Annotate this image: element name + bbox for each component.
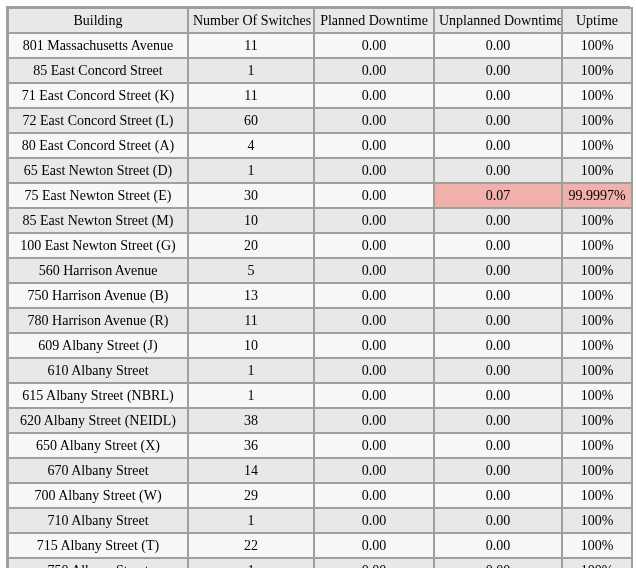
- table-row: 610 Albany Street10.000.00100%: [8, 358, 632, 383]
- cell-switches: 11: [188, 33, 314, 58]
- cell-planned: 0.00: [314, 483, 434, 508]
- cell-unplanned: 0.00: [434, 108, 562, 133]
- table-row: 100 East Newton Street (G)200.000.00100%: [8, 233, 632, 258]
- cell-switches: 1: [188, 58, 314, 83]
- cell-planned: 0.00: [314, 383, 434, 408]
- table-row: 700 Albany Street (W)290.000.00100%: [8, 483, 632, 508]
- cell-building: 560 Harrison Avenue: [8, 258, 188, 283]
- cell-switches: 1: [188, 558, 314, 568]
- cell-planned: 0.00: [314, 458, 434, 483]
- cell-building: 100 East Newton Street (G): [8, 233, 188, 258]
- cell-planned: 0.00: [314, 333, 434, 358]
- cell-unplanned: 0.00: [434, 333, 562, 358]
- cell-switches: 1: [188, 358, 314, 383]
- cell-switches: 4: [188, 133, 314, 158]
- cell-unplanned: 0.00: [434, 508, 562, 533]
- cell-building: 801 Massachusetts Avenue: [8, 33, 188, 58]
- col-building: Building: [8, 8, 188, 33]
- cell-switches: 14: [188, 458, 314, 483]
- cell-uptime: 100%: [562, 333, 632, 358]
- cell-planned: 0.00: [314, 508, 434, 533]
- cell-uptime: 100%: [562, 358, 632, 383]
- cell-uptime: 100%: [562, 433, 632, 458]
- cell-unplanned: 0.00: [434, 233, 562, 258]
- table-row: 72 East Concord Street (L)600.000.00100%: [8, 108, 632, 133]
- cell-building: 71 East Concord Street (K): [8, 83, 188, 108]
- cell-building: 700 Albany Street (W): [8, 483, 188, 508]
- cell-planned: 0.00: [314, 83, 434, 108]
- table-row: 620 Albany Street (NEIDL)380.000.00100%: [8, 408, 632, 433]
- cell-switches: 5: [188, 258, 314, 283]
- cell-planned: 0.00: [314, 58, 434, 83]
- cell-uptime: 100%: [562, 108, 632, 133]
- cell-switches: 11: [188, 83, 314, 108]
- table-row: 560 Harrison Avenue50.000.00100%: [8, 258, 632, 283]
- cell-uptime: 99.9997%: [562, 183, 632, 208]
- col-planned: Planned Downtime: [314, 8, 434, 33]
- cell-building: 620 Albany Street (NEIDL): [8, 408, 188, 433]
- table-row: 801 Massachusetts Avenue110.000.00100%: [8, 33, 632, 58]
- uptime-table: Building Number Of Switches Planned Down…: [7, 7, 633, 568]
- cell-planned: 0.00: [314, 308, 434, 333]
- cell-switches: 30: [188, 183, 314, 208]
- cell-planned: 0.00: [314, 358, 434, 383]
- cell-building: 750 Albany Street: [8, 558, 188, 568]
- cell-planned: 0.00: [314, 233, 434, 258]
- cell-switches: 1: [188, 158, 314, 183]
- cell-planned: 0.00: [314, 33, 434, 58]
- cell-building: 615 Albany Street (NBRL): [8, 383, 188, 408]
- cell-switches: 10: [188, 333, 314, 358]
- cell-switches: 10: [188, 208, 314, 233]
- cell-uptime: 100%: [562, 133, 632, 158]
- cell-building: 65 East Newton Street (D): [8, 158, 188, 183]
- cell-unplanned: 0.00: [434, 83, 562, 108]
- cell-building: 750 Harrison Avenue (B): [8, 283, 188, 308]
- cell-building: 715 Albany Street (T): [8, 533, 188, 558]
- cell-planned: 0.00: [314, 133, 434, 158]
- table-row: 650 Albany Street (X)360.000.00100%: [8, 433, 632, 458]
- cell-switches: 60: [188, 108, 314, 133]
- cell-unplanned: 0.00: [434, 308, 562, 333]
- cell-building: 75 East Newton Street (E): [8, 183, 188, 208]
- cell-uptime: 100%: [562, 408, 632, 433]
- cell-unplanned: 0.00: [434, 33, 562, 58]
- cell-planned: 0.00: [314, 283, 434, 308]
- col-uptime: Uptime: [562, 8, 632, 33]
- cell-unplanned: 0.00: [434, 208, 562, 233]
- table-row: 670 Albany Street140.000.00100%: [8, 458, 632, 483]
- cell-uptime: 100%: [562, 83, 632, 108]
- cell-planned: 0.00: [314, 108, 434, 133]
- cell-uptime: 100%: [562, 458, 632, 483]
- cell-planned: 0.00: [314, 183, 434, 208]
- cell-uptime: 100%: [562, 283, 632, 308]
- cell-switches: 13: [188, 283, 314, 308]
- header-row: Building Number Of Switches Planned Down…: [8, 8, 632, 33]
- table-head: Building Number Of Switches Planned Down…: [8, 8, 632, 33]
- cell-uptime: 100%: [562, 308, 632, 333]
- cell-planned: 0.00: [314, 208, 434, 233]
- cell-uptime: 100%: [562, 258, 632, 283]
- cell-building: 610 Albany Street: [8, 358, 188, 383]
- cell-switches: 1: [188, 383, 314, 408]
- cell-unplanned: 0.00: [434, 458, 562, 483]
- cell-unplanned: 0.00: [434, 483, 562, 508]
- cell-switches: 38: [188, 408, 314, 433]
- cell-uptime: 100%: [562, 158, 632, 183]
- cell-building: 670 Albany Street: [8, 458, 188, 483]
- cell-unplanned: 0.00: [434, 533, 562, 558]
- cell-unplanned: 0.00: [434, 358, 562, 383]
- table-row: 85 East Newton Street (M)100.000.00100%: [8, 208, 632, 233]
- cell-unplanned: 0.00: [434, 433, 562, 458]
- cell-building: 85 East Newton Street (M): [8, 208, 188, 233]
- table-body: 801 Massachusetts Avenue110.000.00100%85…: [8, 33, 632, 568]
- table-row: 609 Albany Street (J)100.000.00100%: [8, 333, 632, 358]
- cell-switches: 1: [188, 508, 314, 533]
- cell-switches: 22: [188, 533, 314, 558]
- cell-unplanned: 0.00: [434, 558, 562, 568]
- table-row: 710 Albany Street10.000.00100%: [8, 508, 632, 533]
- cell-unplanned: 0.00: [434, 258, 562, 283]
- cell-uptime: 100%: [562, 558, 632, 568]
- cell-uptime: 100%: [562, 383, 632, 408]
- cell-unplanned: 0.00: [434, 158, 562, 183]
- cell-switches: 20: [188, 233, 314, 258]
